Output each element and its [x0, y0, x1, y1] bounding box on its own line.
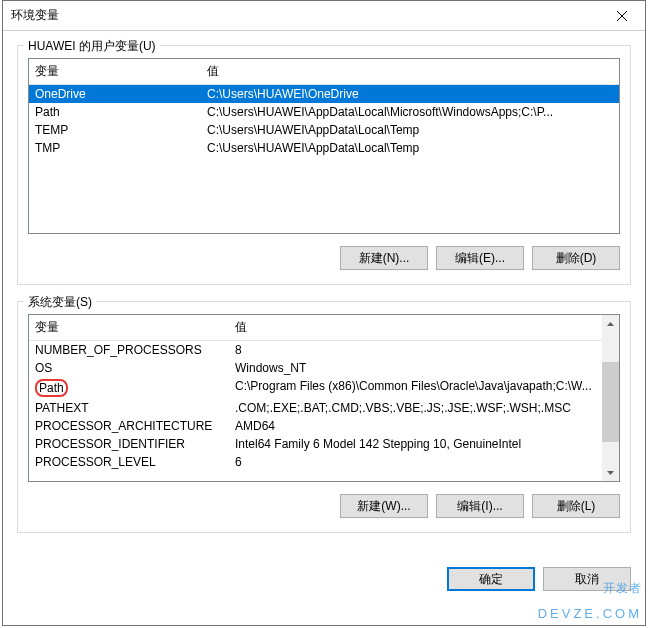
- scroll-thumb[interactable]: [602, 362, 619, 442]
- cancel-button[interactable]: 取消: [543, 567, 631, 591]
- cell-value: C:\Users\HUAWEI\AppData\Local\Temp: [201, 139, 619, 157]
- user-vars-buttons: 新建(N)... 编辑(E)... 删除(D): [28, 246, 620, 270]
- cell-value: C:\Program Files (x86)\Common Files\Orac…: [229, 377, 619, 399]
- cell-value: .COM;.EXE;.BAT;.CMD;.VBS;.VBE;.JS;.JSE;.…: [229, 399, 619, 417]
- sys-vars-group: 系统变量(S) 变量 值 NUMBER_OF_PROCESSORS 8 OS W…: [17, 301, 631, 533]
- sys-vars-list[interactable]: 变量 值 NUMBER_OF_PROCESSORS 8 OS Windows_N…: [28, 314, 620, 482]
- cell-value: Intel64 Family 6 Model 142 Stepping 10, …: [229, 435, 619, 453]
- table-row[interactable]: TEMP C:\Users\HUAWEI\AppData\Local\Temp: [29, 121, 619, 139]
- list-body: OneDrive C:\Users\HUAWEI\OneDrive Path C…: [29, 85, 619, 157]
- dialog-title: 环境变量: [11, 7, 59, 24]
- cell-name: TMP: [29, 139, 201, 157]
- edit-button[interactable]: 编辑(E)...: [436, 246, 524, 270]
- cell-name: PROCESSOR_LEVEL: [29, 453, 229, 471]
- table-row[interactable]: NUMBER_OF_PROCESSORS 8: [29, 341, 619, 359]
- sys-vars-label: 系统变量(S): [24, 294, 96, 311]
- table-row[interactable]: PROCESSOR_IDENTIFIER Intel64 Family 6 Mo…: [29, 435, 619, 453]
- list-header: 变量 值: [29, 59, 619, 85]
- table-row[interactable]: Path C:\Users\HUAWEI\AppData\Local\Micro…: [29, 103, 619, 121]
- env-vars-dialog: 环境变量 HUAWEI 的用户变量(U) 变量 值 OneDrive C:\Us…: [2, 0, 646, 626]
- list-body: NUMBER_OF_PROCESSORS 8 OS Windows_NT Pat…: [29, 341, 619, 471]
- user-vars-label: HUAWEI 的用户变量(U): [24, 38, 160, 55]
- col-variable[interactable]: 变量: [29, 315, 229, 340]
- cell-value: 8: [229, 341, 619, 359]
- col-value[interactable]: 值: [229, 315, 619, 340]
- cell-name: OneDrive: [29, 85, 201, 103]
- col-value[interactable]: 值: [201, 59, 619, 84]
- cell-name: PATHEXT: [29, 399, 229, 417]
- delete-button[interactable]: 删除(D): [532, 246, 620, 270]
- cell-name: OS: [29, 359, 229, 377]
- new-button[interactable]: 新建(W)...: [340, 494, 428, 518]
- table-row[interactable]: PATHEXT .COM;.EXE;.BAT;.CMD;.VBS;.VBE;.J…: [29, 399, 619, 417]
- cell-name: NUMBER_OF_PROCESSORS: [29, 341, 229, 359]
- chevron-up-icon: [607, 322, 614, 326]
- edit-button[interactable]: 编辑(I)...: [436, 494, 524, 518]
- ok-button[interactable]: 确定: [447, 567, 535, 591]
- col-variable[interactable]: 变量: [29, 59, 201, 84]
- cell-name: PROCESSOR_IDENTIFIER: [29, 435, 229, 453]
- path-highlight: Path: [35, 379, 68, 397]
- cell-name: Path: [29, 103, 201, 121]
- user-vars-group: HUAWEI 的用户变量(U) 变量 值 OneDrive C:\Users\H…: [17, 45, 631, 285]
- sys-vars-buttons: 新建(W)... 编辑(I)... 删除(L): [28, 494, 620, 518]
- dialog-content: HUAWEI 的用户变量(U) 变量 值 OneDrive C:\Users\H…: [3, 31, 645, 563]
- close-icon: [617, 11, 627, 21]
- scroll-up-button[interactable]: [602, 315, 619, 332]
- cell-value: C:\Users\HUAWEI\AppData\Local\Temp: [201, 121, 619, 139]
- table-row[interactable]: PROCESSOR_ARCHITECTURE AMD64: [29, 417, 619, 435]
- list-header: 变量 值: [29, 315, 619, 341]
- cell-value: C:\Users\HUAWEI\OneDrive: [201, 85, 619, 103]
- dialog-footer: 确定 取消: [3, 567, 645, 591]
- cell-name: Path: [29, 377, 229, 399]
- delete-button[interactable]: 删除(L): [532, 494, 620, 518]
- cell-value: AMD64: [229, 417, 619, 435]
- titlebar: 环境变量: [3, 1, 645, 31]
- scroll-track[interactable]: [602, 332, 619, 464]
- table-row[interactable]: PROCESSOR_LEVEL 6: [29, 453, 619, 471]
- new-button[interactable]: 新建(N)...: [340, 246, 428, 270]
- scrollbar[interactable]: [602, 315, 619, 481]
- table-row[interactable]: OneDrive C:\Users\HUAWEI\OneDrive: [29, 85, 619, 103]
- table-row[interactable]: Path C:\Program Files (x86)\Common Files…: [29, 377, 619, 399]
- user-vars-list[interactable]: 变量 值 OneDrive C:\Users\HUAWEI\OneDrive P…: [28, 58, 620, 234]
- cell-name: PROCESSOR_ARCHITECTURE: [29, 417, 229, 435]
- table-row[interactable]: TMP C:\Users\HUAWEI\AppData\Local\Temp: [29, 139, 619, 157]
- cell-value: 6: [229, 453, 619, 471]
- scroll-down-button[interactable]: [602, 464, 619, 481]
- cell-value: Windows_NT: [229, 359, 619, 377]
- cell-value: C:\Users\HUAWEI\AppData\Local\Microsoft\…: [201, 103, 619, 121]
- table-row[interactable]: OS Windows_NT: [29, 359, 619, 377]
- chevron-down-icon: [607, 471, 614, 475]
- cell-name: TEMP: [29, 121, 201, 139]
- close-button[interactable]: [599, 1, 645, 30]
